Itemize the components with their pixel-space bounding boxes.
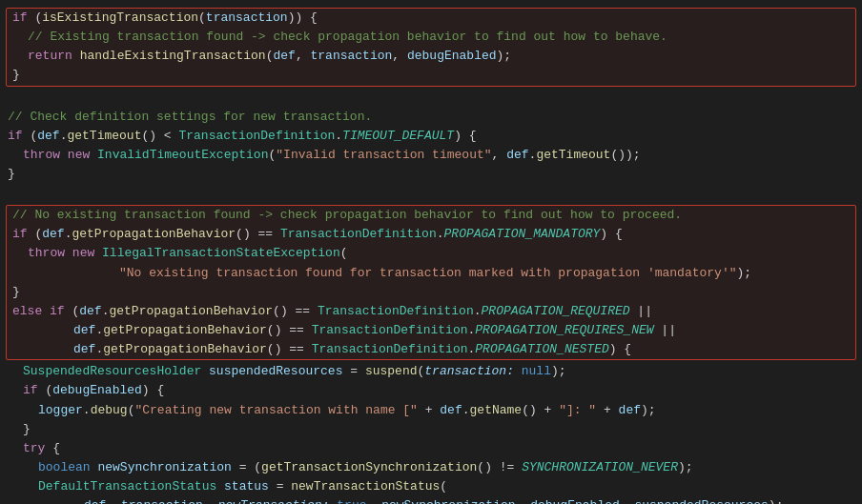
code-editor: if (isExistingTransaction(transaction)) … [0,0,862,504]
code-line: "No existing transaction found for trans… [7,264,855,283]
highlight-block-1: if (isExistingTransaction(transaction)) … [6,8,856,87]
code-line: // Check definition settings for new tra… [0,108,862,127]
code-line: SuspendedResourcesHolder suspendedResour… [0,362,862,381]
code-line: DefaultTransactionStatus status = newTra… [0,477,862,496]
code-line: else if (def.getPropagationBehavior() ==… [7,302,855,321]
code-line: try { [0,439,862,458]
code-line: } [0,165,862,184]
code-line: return handleExistingTransaction(def, tr… [7,47,855,66]
code-line: def, transaction, newTransaction: true, … [0,496,862,504]
code-line: def.getPropagationBehavior() == Transact… [7,321,855,340]
code-line: def.getPropagationBehavior() == Transact… [7,340,855,359]
code-line: // Existing transaction found -> check p… [7,28,855,47]
code-line: throw new InvalidTimeoutException("Inval… [0,146,862,165]
code-line: } [7,66,855,85]
code-line: throw new IllegalTransactionStateExcepti… [7,244,855,263]
code-line: logger.debug("Creating new transaction w… [0,401,862,420]
code-line: } [0,420,862,439]
code-line: if (debugEnabled) { [0,381,862,400]
code-line: if (def.getTimeout() < TransactionDefini… [0,127,862,146]
code-line: // No existing transaction found -> chec… [7,206,855,225]
code-line: if (def.getPropagationBehavior() == Tran… [7,225,855,244]
code-line: } [7,283,855,302]
code-line: if (isExistingTransaction(transaction)) … [7,9,855,28]
code-line [0,89,862,108]
code-line [0,184,862,203]
code-line: boolean newSynchronization = (getTransac… [0,458,862,477]
highlight-block-2: // No existing transaction found -> chec… [6,205,856,360]
